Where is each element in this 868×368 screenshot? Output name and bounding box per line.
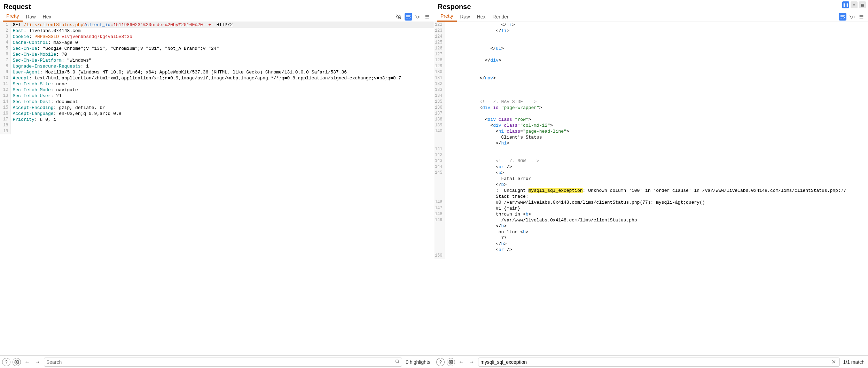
wrap-lines-icon[interactable]: [839, 13, 846, 21]
pause-button[interactable]: ❚❚: [842, 1, 849, 8]
layout-grid-button[interactable]: ▦: [859, 1, 866, 8]
response-tabs: Pretty Raw Hex Render \n: [434, 11, 868, 22]
request-search[interactable]: [44, 358, 402, 367]
request-search-input[interactable]: [46, 359, 395, 365]
prev-button[interactable]: ←: [457, 358, 466, 366]
request-title: Request: [0, 0, 434, 11]
prev-button[interactable]: ←: [23, 358, 31, 366]
request-footer: ? ← → 0 highlights: [0, 355, 434, 368]
top-controls: ❚❚ ≡ ▦: [842, 1, 866, 8]
svg-point-1: [396, 360, 399, 362]
newline-indicator[interactable]: \n: [414, 14, 421, 19]
tab-hex[interactable]: Hex: [474, 12, 489, 21]
layout-equal-button[interactable]: ≡: [851, 1, 858, 8]
wrap-lines-icon[interactable]: [405, 13, 412, 21]
newline-indicator[interactable]: \n: [849, 14, 855, 19]
request-highlight-count: 0 highlights: [404, 359, 432, 365]
settings-icon[interactable]: [13, 358, 21, 366]
visibility-off-icon[interactable]: [395, 13, 402, 21]
tab-pretty[interactable]: Pretty: [3, 11, 23, 22]
app-root: ❚❚ ≡ ▦ Request Pretty Raw Hex \n: [0, 0, 868, 368]
request-code[interactable]: 1GET /lims/clientStatus.php?client_id=15…: [0, 22, 434, 355]
response-pane: Response Pretty Raw Hex Render \n 122 </…: [434, 0, 868, 368]
response-code[interactable]: 122 </li>123 </li>124125126 </ul>127128 …: [434, 22, 868, 355]
menu-icon[interactable]: [858, 13, 865, 21]
tab-render[interactable]: Render: [489, 12, 512, 21]
next-button[interactable]: →: [468, 358, 476, 366]
tab-raw[interactable]: Raw: [23, 12, 39, 21]
settings-icon[interactable]: [447, 358, 455, 366]
tab-hex[interactable]: Hex: [39, 12, 55, 21]
search-icon: [395, 359, 400, 365]
tab-raw[interactable]: Raw: [457, 12, 474, 21]
response-search-input[interactable]: [480, 359, 830, 365]
response-title: Response: [434, 0, 868, 11]
tab-pretty[interactable]: Pretty: [437, 11, 457, 22]
help-icon[interactable]: ?: [2, 358, 10, 366]
next-button[interactable]: →: [33, 358, 42, 366]
response-footer: ? ← → ✕ 1/1 match: [434, 355, 868, 368]
response-highlight-count: 1/1 match: [842, 359, 866, 365]
svg-point-0: [16, 361, 17, 363]
response-search[interactable]: ✕: [478, 358, 840, 367]
request-tabs: Pretty Raw Hex \n: [0, 11, 434, 22]
svg-point-2: [450, 361, 452, 363]
menu-icon[interactable]: [423, 13, 431, 21]
request-pane: Request Pretty Raw Hex \n 1GET /lims/cli…: [0, 0, 434, 368]
help-icon[interactable]: ?: [436, 358, 445, 366]
close-icon[interactable]: ✕: [830, 359, 837, 365]
